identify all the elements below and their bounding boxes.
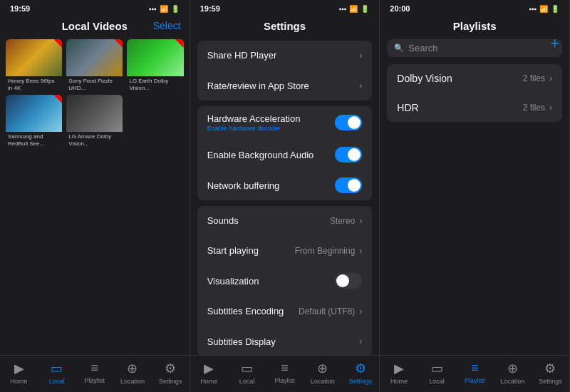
settings-icon-2: ⚙	[355, 361, 366, 376]
visualization-toggle[interactable]	[335, 273, 362, 289]
tab-home-2[interactable]: ▶ Home	[190, 361, 228, 385]
subtitles-display-label: Subtitles Display	[207, 336, 276, 347]
share-hd-label: Share HD Player	[207, 50, 277, 61]
playlist-right-hdr: 2 files ›	[523, 103, 552, 113]
status-icons-1: ▪▪▪ 📶 🔋	[149, 5, 180, 13]
settings-scroll[interactable]: Share HD Player › Rate/review in App Sto…	[190, 35, 380, 355]
search-placeholder: Search	[408, 43, 437, 53]
battery-icon-2: 🔋	[361, 5, 369, 13]
tab-local-2[interactable]: ▭ Local	[228, 361, 266, 385]
wifi-icon-3: 📶	[539, 5, 548, 13]
tab-home-label-3: Home	[390, 378, 408, 385]
row-share-hd[interactable]: Share HD Player ›	[197, 41, 373, 71]
hw-accel-toggle[interactable]	[335, 115, 362, 130]
row-hw-accel[interactable]: Hardware Acceleration Enable hardware de…	[197, 106, 373, 140]
tab-home-label-2: Home	[200, 378, 217, 385]
start-playing-chevron: ›	[359, 246, 362, 256]
tab-home-1[interactable]: ▶ Home	[0, 361, 38, 385]
tab-location-2[interactable]: ⊕ Location	[304, 361, 341, 385]
video-thumb-4[interactable]: Samsung and RedBull See...	[6, 95, 62, 146]
playlist-list: Dolby Vision 2 files › HDR 2 files ›	[387, 61, 562, 122]
tab-settings-1[interactable]: ⚙ Settings	[152, 361, 190, 385]
tab-playlist-2[interactable]: ≡ Playlist	[266, 361, 304, 384]
status-icons-3: ▪▪▪ 📶 🔋	[529, 5, 559, 13]
status-bar-1: 19:59 ▪▪▪ 📶 🔋	[0, 0, 190, 16]
video-grid-container: Honey Bees 96fps in 4K Sony Food Fizzle …	[0, 35, 190, 355]
sounds-label: Sounds	[207, 215, 239, 226]
row-subtitles-display[interactable]: Subtitles Display ›	[197, 326, 373, 355]
settings-group-1: Share HD Player › Rate/review in App Sto…	[190, 41, 380, 100]
rate-review-chevron: ›	[359, 81, 362, 91]
playlist-item-hdr[interactable]: HDR 2 files ›	[387, 93, 562, 122]
playlist-chevron-dolby: ›	[549, 73, 552, 83]
start-playing-label: Start playing	[207, 245, 259, 256]
video-thumb-3[interactable]: LG Earth Dolby Vision...	[127, 39, 183, 91]
video-grid: Honey Bees 96fps in 4K Sony Food Fizzle …	[6, 39, 184, 146]
start-playing-value: From Beginning	[295, 246, 356, 256]
playlist-chevron-hdr: ›	[549, 103, 552, 113]
row-rate-review[interactable]: Rate/review in App Store ›	[197, 71, 373, 100]
subtitles-enc-label: Subtitles Encoding	[207, 306, 284, 316]
search-bar[interactable]: 🔍 Search	[387, 39, 562, 57]
time-2: 19:59	[200, 4, 220, 13]
tab-settings-2[interactable]: ⚙ Settings	[341, 361, 379, 385]
panel-playlists: 20:00 ▪▪▪ 📶 🔋 Playlists + 🔍 Search Dolby…	[380, 0, 570, 392]
row-start-playing[interactable]: Start playing From Beginning ›	[197, 236, 373, 266]
video-label-4: Samsung and RedBull See...	[6, 132, 62, 146]
sounds-chevron: ›	[359, 216, 362, 226]
video-thumb-5[interactable]: LG Amaze Dolby Vision...	[66, 95, 123, 146]
tab-local-label-3: Local	[429, 378, 445, 385]
visualization-label: Visualization	[207, 276, 259, 287]
row-bg-audio[interactable]: Enable Background Audio	[197, 140, 373, 170]
hw-accel-label: Hardware Acceleration	[207, 113, 301, 124]
battery-icon-3: 🔋	[551, 5, 559, 13]
tab-location-label-1: Location	[120, 378, 145, 385]
playlist-item-dolby[interactable]: Dolby Vision 2 files ›	[387, 64, 562, 93]
row-sounds[interactable]: Sounds Stereo ›	[197, 206, 373, 236]
tab-playlist-3[interactable]: ≡ Playlist	[456, 361, 494, 384]
add-playlist-button[interactable]: +	[550, 34, 559, 53]
location-icon-3: ⊕	[507, 361, 518, 376]
home-icon-1: ▶	[14, 361, 24, 376]
net-buffer-toggle[interactable]	[335, 177, 362, 193]
settings-header: Settings	[190, 16, 380, 35]
video-thumb-1[interactable]: Honey Bees 96fps in 4K	[6, 39, 62, 91]
settings-group-3: Sounds Stereo › Start playing From Begin…	[190, 206, 380, 355]
row-subtitles-enc[interactable]: Subtitles Encoding Default (UTF8) ›	[197, 296, 373, 326]
video-label-3: LG Earth Dolby Vision...	[127, 76, 183, 91]
tab-playlist-1[interactable]: ≡ Playlist	[76, 361, 113, 384]
tab-location-1[interactable]: ⊕ Location	[113, 361, 151, 385]
tab-settings-3[interactable]: ⚙ Settings	[532, 361, 569, 385]
playlist-icon-1: ≡	[91, 361, 99, 376]
tab-local-label-2: Local	[239, 378, 255, 385]
video-thumb-2[interactable]: Sony Food Fizzle UHD...	[66, 39, 123, 91]
tab-local-3[interactable]: ▭ Local	[418, 361, 455, 385]
sounds-value: Stereo	[330, 216, 355, 226]
settings-title: Settings	[264, 20, 306, 32]
tab-location-3[interactable]: ⊕ Location	[494, 361, 532, 385]
playlist-right-dolby: 2 files ›	[523, 73, 552, 83]
local-videos-title: Local Videos	[62, 20, 128, 32]
signal-icon-2: ▪▪▪	[339, 5, 347, 13]
tab-local-1[interactable]: ▭ Local	[38, 361, 76, 385]
playlists-title: Playlists	[453, 20, 497, 32]
playlist-count-hdr: 2 files	[523, 103, 545, 113]
tab-bar-2: ▶ Home ▭ Local ≡ Playlist ⊕ Location ⚙ S…	[190, 355, 380, 392]
time-3: 20:00	[390, 4, 410, 13]
tab-bar-1: ▶ Home ▭ Local ≡ Playlist ⊕ Location ⚙ S…	[0, 355, 190, 392]
signal-icon-3: ▪▪▪	[529, 5, 537, 13]
playlist-count-dolby: 2 files	[523, 73, 545, 83]
tab-local-label-1: Local	[49, 378, 65, 385]
row-visualization[interactable]: Visualization	[197, 266, 373, 296]
playlists-header: Playlists +	[380, 16, 569, 35]
wifi-icon-2: 📶	[349, 5, 358, 13]
select-button[interactable]: Select	[153, 20, 181, 31]
subtitles-enc-value: Default (UTF8)	[299, 306, 355, 316]
search-icon: 🔍	[394, 43, 404, 53]
tab-home-3[interactable]: ▶ Home	[380, 361, 418, 385]
row-net-buffer[interactable]: Network buffering	[197, 170, 373, 200]
bg-audio-toggle[interactable]	[335, 147, 362, 163]
bg-audio-label: Enable Background Audio	[207, 150, 314, 160]
signal-icon: ▪▪▪	[149, 5, 157, 13]
location-icon-1: ⊕	[127, 361, 138, 376]
